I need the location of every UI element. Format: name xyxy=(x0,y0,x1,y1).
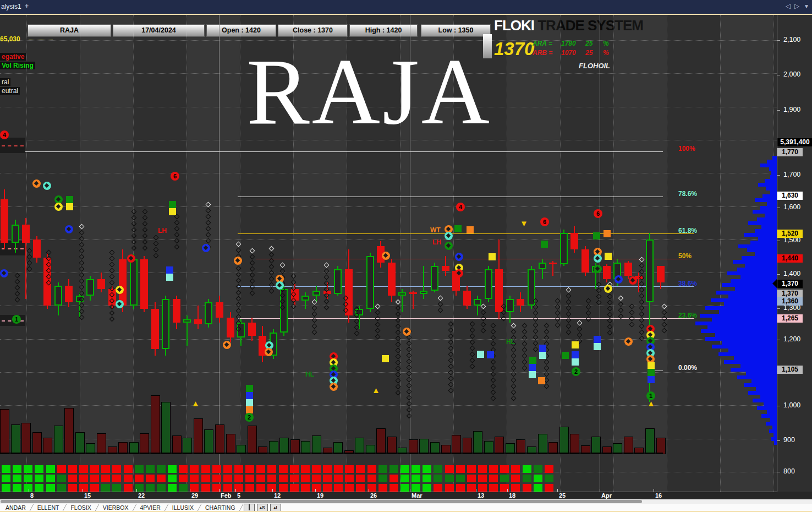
x-tick xyxy=(654,489,654,492)
heatmap-cell xyxy=(90,465,99,473)
volume-bar xyxy=(409,439,418,454)
text-marker: WT xyxy=(430,226,441,234)
volume-bar xyxy=(559,427,569,454)
heatmap-cell xyxy=(423,465,431,473)
grid-vline xyxy=(80,15,80,492)
signal-dot xyxy=(250,266,255,272)
week-band xyxy=(80,15,133,492)
candle-body xyxy=(366,256,374,309)
volume-bar xyxy=(624,437,633,454)
signal-dot xyxy=(15,279,20,285)
heatmap-cell xyxy=(478,465,487,473)
heatmap-cell xyxy=(290,465,299,473)
volume-bar xyxy=(32,432,42,454)
heatmap-cell xyxy=(101,484,110,492)
heatmap-cell xyxy=(290,484,299,492)
heatmap-cell xyxy=(301,484,310,492)
heatmap-cell xyxy=(79,475,88,482)
ring-marker xyxy=(382,252,390,260)
fib-label: 38.6% xyxy=(678,280,697,287)
volume-bar xyxy=(473,431,482,454)
tab-vierbox[interactable]: VIERBOX xyxy=(97,504,134,511)
volume-profile-bar xyxy=(772,156,777,160)
price-tag: 1,630 xyxy=(777,192,803,200)
volume-profile-bar xyxy=(755,252,777,256)
candle-body xyxy=(65,286,73,302)
fib-line xyxy=(0,151,663,152)
heatmap-cell xyxy=(2,465,10,473)
heatmap-cell xyxy=(267,475,276,482)
heatmap-cell xyxy=(13,465,21,473)
y-axis-label: 1,700 xyxy=(783,171,800,178)
heatmap-cell xyxy=(323,475,332,482)
heatmap-cell xyxy=(267,465,276,473)
candle-body xyxy=(119,259,127,306)
heatmap-cell xyxy=(400,475,409,482)
signal-dot xyxy=(269,276,275,282)
heatmap-cell xyxy=(378,465,387,473)
volume-bar xyxy=(64,408,74,454)
volume-baseline xyxy=(0,453,663,454)
y-tick xyxy=(777,110,780,111)
heatmap-cell xyxy=(2,475,10,482)
signal-dot xyxy=(607,324,613,330)
volume-profile-bar xyxy=(755,229,777,233)
signal-dot xyxy=(491,390,496,395)
price-tag: 1,265 xyxy=(777,314,803,323)
heatmap-cell xyxy=(523,484,531,492)
volume-bar xyxy=(172,435,182,454)
volume-bar xyxy=(538,434,547,454)
scale-button[interactable]: ▴S xyxy=(257,504,268,511)
tab-standar[interactable]: ANDAR xyxy=(0,504,31,511)
price-tag: 5,391,400 xyxy=(777,138,812,146)
volume-bar xyxy=(151,395,160,454)
heatmap-cell xyxy=(412,465,420,473)
heatmap-cell xyxy=(57,484,66,492)
week-band xyxy=(507,15,560,492)
heatmap-cell xyxy=(345,484,354,492)
grid-hline xyxy=(0,339,777,340)
volume-profile-bar xyxy=(715,333,777,337)
signal-dot xyxy=(250,291,255,296)
heatmap-cell xyxy=(301,465,310,473)
heatmap-cell xyxy=(24,484,32,492)
candle-body xyxy=(539,263,546,269)
tab-illusix[interactable]: ILLUSIX xyxy=(167,504,199,511)
volume-bar xyxy=(290,439,300,454)
candle-body xyxy=(22,225,30,243)
tab-ellent[interactable]: ELLENT xyxy=(32,504,65,511)
square-marker xyxy=(169,208,176,215)
heatmap-cell xyxy=(389,465,398,473)
tab-4pvier[interactable]: 4PVIER xyxy=(135,504,166,511)
signal-dot xyxy=(566,287,572,293)
heatmap-cell xyxy=(90,484,99,492)
candle-body xyxy=(409,292,417,294)
signal-dot xyxy=(607,294,613,299)
signal-dot xyxy=(566,312,572,317)
number-marker: 6 xyxy=(594,209,602,218)
volume-profile-bar xyxy=(762,194,777,198)
month-line xyxy=(219,15,220,492)
signal-dot xyxy=(27,254,32,260)
heatmap-cell xyxy=(445,475,454,482)
scrollbar-thumb[interactable] xyxy=(1,500,642,503)
candle-body xyxy=(301,296,309,301)
candle-body xyxy=(151,309,159,349)
ring-marker xyxy=(234,257,242,265)
tab-flosix[interactable]: FLOSIX xyxy=(65,504,96,511)
heatmap-cell xyxy=(35,475,43,482)
trading-app-window: alysis1 + ◁ ▷ ▼ 100%78.6%61.8%50%38.6%23… xyxy=(0,0,812,512)
candle-body xyxy=(506,299,514,312)
candle-body xyxy=(581,249,589,273)
volume-profile-bar xyxy=(751,379,777,383)
heatmap-cell xyxy=(190,475,199,482)
lock-icon[interactable] xyxy=(244,504,255,511)
indicator-button[interactable]: ▴I xyxy=(270,504,281,511)
signal-dot xyxy=(491,360,496,365)
arrow-marker: ▼ xyxy=(520,219,528,228)
tab-charting[interactable]: CHARTING xyxy=(200,504,241,511)
signal-dot xyxy=(596,294,602,299)
square-marker xyxy=(603,230,611,237)
x-tick-label: 15 xyxy=(84,492,91,499)
grid-hline xyxy=(0,239,777,240)
